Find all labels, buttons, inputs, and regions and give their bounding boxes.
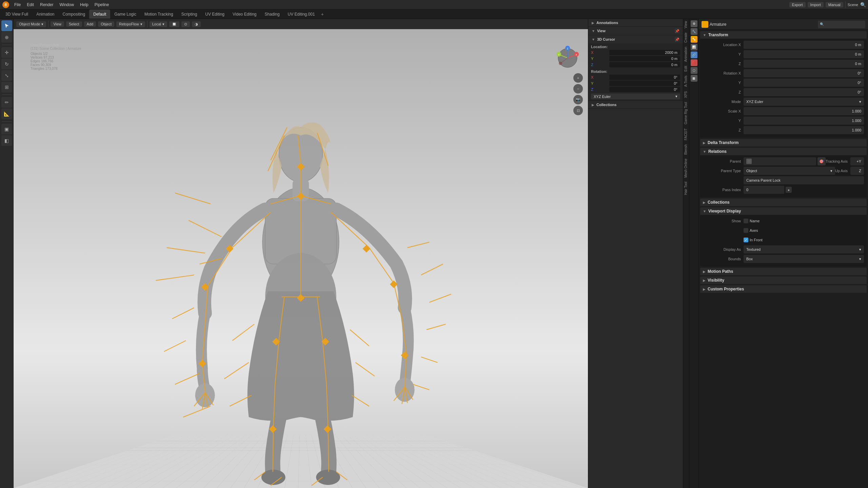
create-vert-tab[interactable]: Create — [683, 30, 689, 45]
view-header[interactable]: ▼ View 📌 — [588, 27, 683, 35]
transform-dropdown[interactable]: Local ▾ — [150, 21, 167, 27]
bounds-dropdown[interactable]: Box ▾ — [744, 255, 864, 263]
scale-tool-button[interactable]: ⤡ — [1, 70, 12, 81]
menu-render[interactable]: Render — [37, 2, 56, 8]
custom-props-header[interactable]: ▶ Custom Properties — [700, 285, 867, 293]
tab-videoediting[interactable]: Video Editing — [229, 9, 261, 19]
scale-y-input[interactable]: 1.000 — [744, 117, 864, 125]
tab-scripting[interactable]: Scripting — [177, 9, 201, 19]
add-workspace-button[interactable]: + — [319, 11, 326, 18]
icon-tab-armature[interactable]: 🦴 — [691, 36, 697, 43]
tab-motiontracking[interactable]: Motion Tracking — [140, 9, 177, 19]
annotations-header[interactable]: ▶ Annotations — [588, 19, 683, 26]
collections-header-props[interactable]: ▶ Collections — [700, 199, 867, 206]
select-tool-button[interactable] — [1, 20, 12, 31]
menu-pipeline[interactable]: Pipeline — [92, 2, 112, 8]
3d-viewport[interactable]: Object Mode ▾ View Select Add Object Ret… — [14, 19, 588, 488]
edit-vert-tab[interactable]: Edit — [683, 64, 689, 74]
icon-tab-5[interactable]: 🔗 — [691, 52, 697, 58]
export-button[interactable]: Export — [789, 2, 806, 7]
rotate-tool-button[interactable]: ↻ — [1, 59, 12, 69]
visibility-header[interactable]: ▶ Visibility — [700, 277, 867, 284]
show-infront-checkbox[interactable]: ✓ In Front — [744, 238, 763, 242]
animation-vert-tab[interactable]: Animation — [683, 45, 689, 64]
tab-gamelogic[interactable]: Game Logic — [110, 9, 140, 19]
cursor3d-header[interactable]: ▼ 3D Cursor 📌 — [588, 35, 683, 43]
parent-input[interactable]: □ — [744, 157, 816, 165]
parent-eyedropper-button[interactable]: 🎯 — [817, 157, 826, 165]
import-button[interactable]: Import — [808, 2, 824, 7]
cursor-tool-button[interactable]: ⊕ — [1, 32, 12, 43]
icon-tab-6[interactable]: ⭕ — [691, 59, 697, 66]
cursor3d-pin-icon[interactable]: 📌 — [675, 37, 679, 42]
collections-header[interactable]: ▶ Collections — [588, 101, 683, 108]
view-pin-icon[interactable]: 📌 — [675, 28, 679, 33]
transform-tool-button[interactable]: ⊞ — [1, 82, 12, 93]
rot-y-value[interactable]: 0° — [609, 81, 680, 86]
loc-x-value[interactable]: 2000 m — [609, 50, 680, 55]
rot-mode-dropdown[interactable]: XYZ Euler ▾ — [744, 98, 864, 106]
rot-z-value[interactable]: 0° — [609, 87, 680, 92]
rot-y-field-input[interactable]: 0° — [744, 79, 864, 87]
icon-tab-1[interactable]: ⚙ — [691, 20, 697, 27]
manual-button[interactable]: Manual — [826, 2, 843, 7]
xps-vert-tab[interactable]: XPS — [683, 89, 689, 100]
retopo-dropdown[interactable]: RetopoFlow ▾ — [116, 21, 145, 27]
viewport-gizmo[interactable]: X Y Z — [554, 44, 581, 72]
viewport-view-menu[interactable]: View — [51, 21, 64, 27]
icon-tab-4[interactable]: 📊 — [691, 44, 697, 50]
viewport-display-header[interactable]: ▼ Viewport Display — [700, 207, 867, 215]
tab-3dviewfull[interactable]: 3D View Full — [1, 9, 32, 19]
hair-tool-vert-tab[interactable]: Hair Tool — [683, 180, 689, 197]
zoom-out-button[interactable]: − — [573, 84, 583, 94]
blensh-vert-tab[interactable]: Blensh — [683, 142, 689, 157]
menu-file[interactable]: File — [12, 2, 23, 8]
loc-x-field-input[interactable]: 0 m — [744, 41, 864, 49]
motion-paths-header[interactable]: ▶ Motion Paths — [700, 268, 867, 275]
pass-index-dot-button[interactable]: ● — [786, 187, 792, 193]
delta-transform-header[interactable]: ▶ Delta Transform — [700, 139, 867, 146]
display-as-dropdown[interactable]: Textured ▾ — [744, 245, 864, 253]
tab-uvediting001[interactable]: UV Editing.001 — [284, 9, 319, 19]
perspective-toggle[interactable]: ⊡ — [573, 106, 583, 115]
rotation-mode-dropdown[interactable]: XYZ Euler ▾ — [591, 94, 680, 99]
camera-parent-lock-dropdown[interactable]: Camera Parent Lock — [744, 176, 864, 184]
game-rig-tool-vert-tab[interactable]: Game Rig Tool — [683, 100, 689, 126]
rot-x-field-input[interactable]: 0° — [744, 69, 864, 77]
loc-z-value[interactable]: 0 m — [609, 62, 680, 67]
menu-edit[interactable]: Edit — [24, 2, 37, 8]
object-mode-dropdown[interactable]: Object Mode ▾ — [16, 21, 46, 27]
faceit-vert-tab[interactable]: FACEIT — [683, 126, 689, 142]
tab-animation[interactable]: Animation — [32, 9, 58, 19]
icon-tab-2[interactable]: 🔧 — [691, 28, 697, 35]
zoom-in-button[interactable]: + — [573, 73, 583, 83]
move-tool-button[interactable]: ✛ — [1, 47, 12, 58]
loc-y-value[interactable]: 0 m — [609, 56, 680, 61]
add-cube-button[interactable]: ▣ — [1, 124, 12, 135]
add-object-button[interactable]: ◧ — [1, 135, 12, 146]
annotate-tool-button[interactable]: ✏ — [1, 97, 12, 108]
tracking-axis-value[interactable]: +Y — [850, 157, 864, 165]
tab-shading[interactable]: Shading — [261, 9, 284, 19]
camera-view-button[interactable]: 📷 — [573, 95, 583, 104]
loc-z-field-input[interactable]: 0 m — [744, 60, 864, 68]
measure-tool-button[interactable]: 📐 — [1, 108, 12, 119]
relations-header[interactable]: ▼ Relations — [700, 148, 867, 155]
viewport-select-menu[interactable]: Select — [66, 21, 82, 27]
view-vert-tab[interactable]: View — [683, 19, 689, 30]
mesh-online-vert-tab[interactable]: Mesh Online — [683, 157, 689, 180]
viewport-object-menu[interactable]: Object — [98, 21, 114, 27]
icon-tab-8[interactable]: ▦ — [691, 75, 697, 82]
search-input[interactable]: 🔍 — [818, 21, 865, 28]
up-axis-value[interactable]: Z — [850, 167, 864, 175]
transform-header[interactable]: ▼ Transform — [700, 31, 867, 39]
a-tools-vert-tab[interactable]: A-Tools — [683, 74, 689, 89]
search-icon[interactable]: 🔍 — [860, 2, 866, 7]
loc-y-field-input[interactable]: 0 m — [744, 50, 864, 58]
viewport-scene[interactable]: User Perspective (131) Scene Collection … — [14, 29, 588, 488]
proportional-edit[interactable]: ⊙ — [181, 21, 190, 27]
scale-z-input[interactable]: 1.000 — [744, 126, 864, 134]
tab-default[interactable]: Default — [89, 9, 110, 19]
viewport-overlay[interactable]: ◑ — [192, 21, 201, 27]
parent-type-dropdown[interactable]: Object ▾ — [744, 167, 835, 175]
